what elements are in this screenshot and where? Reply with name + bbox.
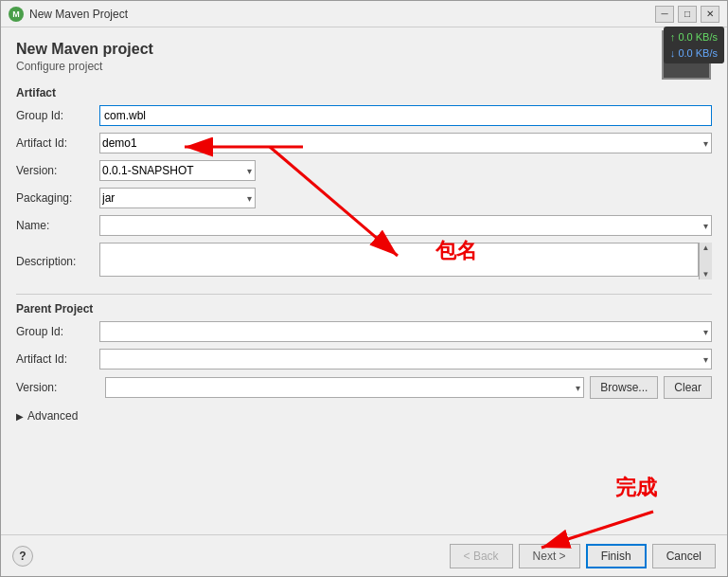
footer: ? < Back Next > Finish Cancel <box>1 534 727 576</box>
artifact-id-select-wrapper: demo1 <box>99 133 712 153</box>
name-row: Name: <box>16 215 712 236</box>
cancel-button[interactable]: Cancel <box>652 544 716 568</box>
finish-button[interactable]: Finish <box>586 544 647 568</box>
page-title: New Maven project <box>16 41 712 58</box>
main-window: M New Maven Project ─ □ ✕ ↑ 0.0 KB/s ↓ 0… <box>0 0 728 577</box>
packaging-label: Packaging: <box>16 191 99 205</box>
form-content: New Maven project Configure project Arti… <box>1 27 727 534</box>
parent-artifact-id-select[interactable] <box>99 349 712 370</box>
parent-version-select-wrapper <box>105 377 584 398</box>
name-select-wrapper <box>99 215 712 236</box>
browse-button[interactable]: Browse... <box>590 376 658 399</box>
version-row: Version: 0.0.1-SNAPSHOT <box>16 160 712 181</box>
scroll-down-icon: ▼ <box>702 270 710 279</box>
parent-group-id-select-wrapper <box>99 321 712 342</box>
description-label: Description: <box>16 255 99 268</box>
group-id-row: Group Id: <box>16 105 712 126</box>
artifact-id-select[interactable]: demo1 <box>99 133 712 153</box>
parent-group-id-row: Group Id: <box>16 321 712 342</box>
clear-button[interactable]: Clear <box>664 376 712 399</box>
description-row: Description: ▲ ▼ <box>16 243 712 279</box>
back-button[interactable]: < Back <box>450 544 513 568</box>
parent-version-row: Version: Browse... Clear <box>16 376 712 399</box>
next-button[interactable]: Next > <box>519 544 580 568</box>
version-select-wrapper: 0.0.1-SNAPSHOT <box>99 160 256 181</box>
artifact-section-label: Artifact <box>16 86 712 99</box>
network-upload: ↑ 0.0 KB/s <box>670 29 718 45</box>
advanced-row[interactable]: ▶ Advanced <box>16 409 712 423</box>
version-select[interactable]: 0.0.1-SNAPSHOT <box>99 160 256 181</box>
packaging-row: Packaging: jar war ear pom <box>16 188 712 208</box>
version-label: Version: <box>16 164 99 177</box>
parent-version-label: Version: <box>16 381 99 394</box>
parent-artifact-id-row: Artifact Id: <box>16 349 712 370</box>
description-wrapper: ▲ ▼ <box>99 243 712 279</box>
parent-group-id-label: Group Id: <box>16 325 99 338</box>
footer-right: < Back Next > Finish Cancel <box>450 544 716 568</box>
scroll-up-icon: ▲ <box>702 243 710 252</box>
parent-artifact-id-select-wrapper <box>99 349 712 370</box>
footer-left: ? <box>12 546 33 567</box>
window-title: New Maven Project <box>29 8 128 21</box>
artifact-id-label: Artifact Id: <box>16 136 99 150</box>
parent-group-id-select[interactable] <box>99 321 712 342</box>
name-label: Name: <box>16 219 99 232</box>
page-subtitle: Configure project <box>16 60 712 73</box>
parent-artifact-id-label: Artifact Id: <box>16 352 99 366</box>
name-select[interactable] <box>99 215 712 236</box>
close-button[interactable]: ✕ <box>701 6 719 23</box>
network-badge: ↑ 0.0 KB/s ↓ 0.0 KB/s <box>664 27 724 63</box>
advanced-label: Advanced <box>27 409 78 423</box>
packaging-select[interactable]: jar war ear pom <box>99 188 256 208</box>
parent-section-label: Parent Project <box>16 302 712 316</box>
network-download: ↓ 0.0 KB/s <box>670 45 718 62</box>
description-textarea[interactable] <box>99 243 699 277</box>
divider <box>16 294 712 295</box>
packaging-select-wrapper: jar war ear pom <box>99 188 256 208</box>
title-bar-controls: ─ □ ✕ <box>655 6 719 23</box>
title-bar-left: M New Maven Project <box>9 7 128 22</box>
parent-version-select[interactable] <box>105 377 584 398</box>
app-icon: M <box>9 7 24 22</box>
minimize-button[interactable]: ─ <box>655 6 674 23</box>
advanced-triangle-icon: ▶ <box>16 411 24 422</box>
artifact-id-row: Artifact Id: demo1 <box>16 133 712 153</box>
group-id-label: Group Id: <box>16 109 99 122</box>
description-scrollbar[interactable]: ▲ ▼ <box>699 243 712 279</box>
restore-button[interactable]: □ <box>678 6 697 23</box>
group-id-input[interactable] <box>99 105 712 126</box>
title-bar: M New Maven Project ─ □ ✕ <box>1 1 727 27</box>
help-button[interactable]: ? <box>12 546 33 567</box>
